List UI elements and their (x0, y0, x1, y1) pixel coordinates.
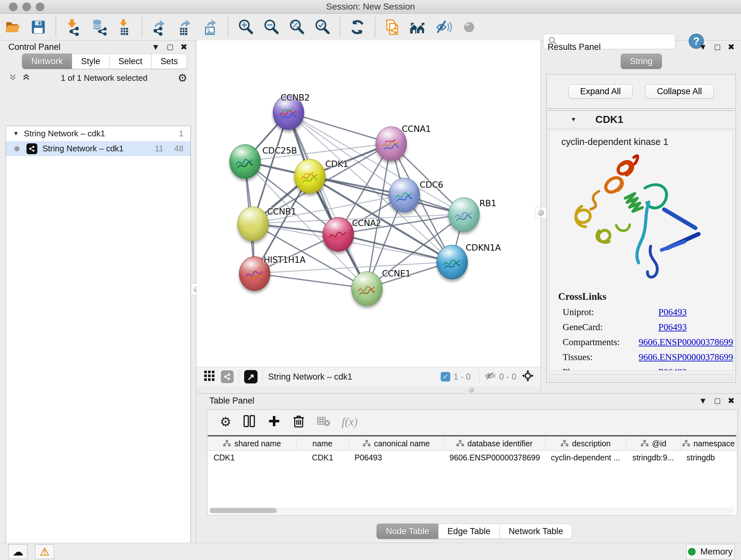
node-CCNA2[interactable] (323, 217, 354, 252)
panel-float-icon[interactable]: ▢ (166, 43, 173, 51)
panel-menu-icon[interactable]: ▼ (151, 42, 160, 52)
toolbar-separator (340, 17, 340, 37)
entry-collapse-icon[interactable]: ▼ (570, 116, 576, 123)
collection-expand-icon[interactable]: ▼ (13, 130, 19, 137)
add-column-icon[interactable] (267, 414, 281, 429)
panel-close-icon[interactable]: ✖ (728, 396, 735, 406)
network-options-gear-icon[interactable]: ⚙ (178, 71, 187, 84)
results-actions: Expand All Collapse All (546, 74, 736, 109)
panel-float-icon[interactable]: ▢ (714, 396, 721, 405)
tab-node-table[interactable]: Node Table (377, 523, 439, 539)
network-canvas[interactable]: CCNB2CCNA1CDC25BCDK1CDC6RB1CCNB1CCNA2CDK… (197, 40, 541, 367)
export-table-icon[interactable] (175, 17, 195, 37)
node-RB1[interactable] (448, 197, 480, 232)
entry-header[interactable]: ▼ CDK1 (547, 111, 736, 128)
tab-string[interactable]: String (621, 54, 662, 69)
node-CCNE1[interactable] (351, 271, 383, 306)
warning-icon: ⚠ (40, 545, 50, 558)
export-image-icon[interactable] (201, 17, 220, 37)
hide-selected-icon[interactable] (434, 17, 454, 37)
panel-menu-icon[interactable]: ▼ (699, 42, 707, 52)
horizontal-splitter[interactable] (197, 386, 541, 393)
column-header-name[interactable]: name (296, 436, 349, 450)
node-CDK1[interactable] (294, 159, 326, 193)
column-header-label: @id (652, 439, 666, 448)
application-window: Session: New Session (0, 0, 741, 560)
node-CDC6[interactable] (389, 178, 420, 212)
expand-all-button[interactable]: Expand All (569, 84, 632, 99)
node-CCNB1[interactable] (238, 206, 269, 241)
panel-close-icon[interactable]: ✖ (180, 42, 187, 52)
column-header--id[interactable]: @id (626, 436, 681, 450)
delete-column-trash-icon[interactable] (292, 414, 306, 429)
panel-menu-icon[interactable]: ▼ (699, 396, 707, 406)
title-bar: Session: New Session (0, 0, 741, 14)
first-neighbors-icon[interactable] (408, 17, 428, 37)
crosslink-link[interactable]: P06493 (658, 367, 687, 371)
table-hscrollbar-thumb[interactable] (210, 508, 277, 513)
panel-close-icon[interactable]: ✖ (728, 42, 735, 52)
collapse-all-tree-icon[interactable] (8, 73, 17, 83)
crosslink-link[interactable]: 9606.ENSP00000378699 (638, 337, 733, 348)
export-network-icon[interactable] (150, 17, 170, 37)
tab-sets[interactable]: Sets (151, 54, 187, 69)
zoom-in-icon[interactable] (236, 17, 256, 37)
delete-table-icon (316, 415, 331, 429)
network-collection-row[interactable]: ▼ String Network – cdk1 1 (6, 126, 191, 141)
selected-checkbox-icon[interactable]: ✓ (441, 372, 450, 381)
tab-edge-table[interactable]: Edge Table (438, 523, 500, 539)
copy-network-icon[interactable] (383, 17, 402, 37)
column-header-description[interactable]: description (545, 436, 626, 450)
import-network-icon[interactable] (64, 17, 83, 37)
table-hscrollbar[interactable] (209, 507, 735, 514)
open-session-icon[interactable] (3, 17, 23, 37)
cloud-icon: ☁ (12, 545, 23, 558)
refresh-icon[interactable] (347, 17, 367, 37)
memory-button[interactable]: Memory (686, 544, 735, 559)
table-row[interactable]: CDK1CDK1P064939606.ENSP00000378699cyclin… (208, 451, 736, 464)
panel-float-icon[interactable]: ▢ (714, 43, 721, 51)
protein-glyph-CCNB2 (278, 104, 298, 124)
table-settings-gear-icon[interactable]: ⚙ (220, 415, 231, 429)
cloud-button[interactable]: ☁ (8, 544, 27, 559)
network-row[interactable]: String Network – cdk1 11 48 (6, 141, 191, 156)
zoom-fit-icon[interactable] (287, 17, 307, 37)
column-header-label: shared name (234, 439, 281, 448)
network-share-icon[interactable] (221, 370, 233, 383)
crosslink-row: Tissues:9606.ENSP00000378699 (562, 352, 733, 362)
tab-network[interactable]: Network (22, 54, 72, 69)
save-session-icon[interactable] (28, 17, 48, 37)
import-table-icon[interactable] (115, 17, 134, 37)
column-header-namespace[interactable]: namespace (681, 436, 736, 450)
collapse-all-button[interactable]: Collapse All (645, 84, 714, 99)
open-in-window-icon[interactable]: ↗ (244, 370, 258, 383)
table-header-row: shared namenamecanonical namedatabase id… (208, 436, 736, 451)
show-columns-icon[interactable] (242, 414, 256, 429)
node-CDKN1A[interactable] (436, 245, 468, 279)
column-header-shared-name[interactable]: shared name (208, 436, 296, 450)
crosslink-link[interactable]: P06493 (658, 322, 687, 332)
column-header-database-identifier[interactable]: database identifier (444, 436, 545, 450)
crosslink-link[interactable]: 9606.ENSP00000378699 (638, 352, 733, 362)
splitter-handle[interactable] (468, 387, 474, 393)
node-CDC25B[interactable] (229, 144, 261, 179)
birds-eye-grid-icon[interactable] (204, 370, 215, 384)
tab-select[interactable]: Select (109, 54, 151, 69)
column-header-canonical-name[interactable]: canonical name (349, 436, 444, 450)
warnings-button[interactable]: ⚠ (35, 544, 54, 559)
zoom-selected-icon[interactable] (313, 17, 332, 37)
tab-network-table[interactable]: Network Table (499, 523, 572, 539)
fit-content-crosshair-icon[interactable] (522, 369, 534, 384)
import-database-icon[interactable] (89, 17, 109, 37)
crosslink-link[interactable]: P06493 (658, 307, 687, 317)
protein-glyph-HIST1H1A (244, 265, 264, 285)
network-nodes: CCNB2CCNA1CDC25BCDK1CDC6RB1CCNB1CCNA2CDK… (197, 40, 541, 367)
table-cell: P06493 (349, 451, 444, 464)
current-network-dot-icon (14, 146, 19, 151)
results-scrollbar[interactable] (549, 374, 733, 380)
expand-all-tree-icon[interactable] (22, 73, 30, 83)
node-label-CDK1: CDK1 (325, 159, 348, 169)
tab-style[interactable]: Style (72, 54, 110, 69)
zoom-out-icon[interactable] (261, 17, 281, 37)
show-all-icon[interactable] (459, 17, 479, 37)
